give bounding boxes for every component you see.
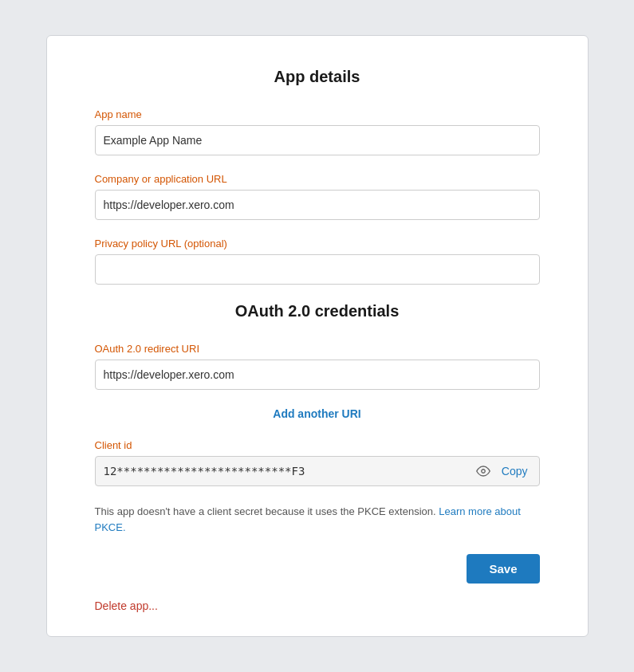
client-id-wrapper: 12**************************F3 Copy: [95, 456, 540, 486]
company-url-field-group: Company or application URL: [95, 173, 540, 220]
save-button[interactable]: Save: [467, 554, 539, 584]
company-url-input[interactable]: [95, 190, 540, 220]
pkce-notice-text: This app doesn't have a client secret be…: [95, 505, 436, 517]
add-uri-link[interactable]: Add another URI: [95, 407, 540, 420]
app-name-input[interactable]: [95, 125, 540, 155]
client-id-label: Client id: [95, 439, 540, 451]
privacy-url-input[interactable]: [95, 254, 540, 285]
privacy-url-field-group: Privacy policy URL (optional): [95, 238, 540, 285]
app-name-label: App name: [95, 108, 540, 120]
company-url-label: Company or application URL: [95, 173, 540, 185]
app-details-title: App details: [95, 68, 540, 86]
eye-icon: [476, 464, 490, 478]
svg-point-0: [482, 470, 486, 474]
oauth-redirect-label: OAuth 2.0 redirect URI: [95, 343, 540, 355]
oauth-redirect-input[interactable]: [95, 360, 540, 390]
oauth-title: OAuth 2.0 credentials: [95, 302, 540, 320]
app-details-card: App details App name Company or applicat…: [46, 35, 589, 637]
oauth-section: OAuth 2.0 credentials OAuth 2.0 redirect…: [95, 302, 540, 584]
app-name-field-group: App name: [95, 108, 540, 155]
save-row: Save: [95, 554, 540, 584]
delete-app-link[interactable]: Delete app...: [95, 599, 158, 612]
client-id-value: 12**************************F3: [104, 465, 475, 477]
oauth-redirect-field-group: OAuth 2.0 redirect URI: [95, 343, 540, 390]
pkce-notice: This app doesn't have a client secret be…: [95, 504, 540, 535]
client-id-actions: Copy: [475, 462, 531, 480]
toggle-visibility-button[interactable]: [475, 462, 492, 480]
privacy-url-label: Privacy policy URL (optional): [95, 238, 540, 250]
copy-button[interactable]: Copy: [498, 463, 531, 479]
client-id-field-group: Client id 12**************************F3…: [95, 439, 540, 486]
